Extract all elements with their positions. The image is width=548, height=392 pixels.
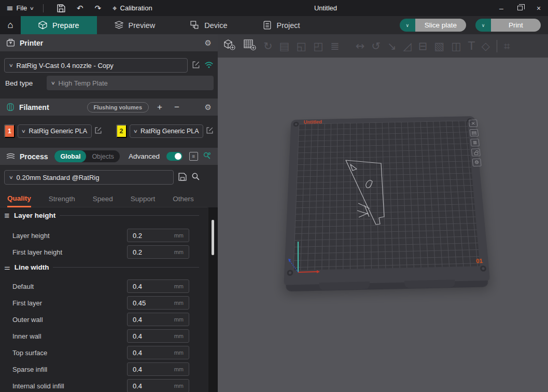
window-controls: – × <box>492 0 548 16</box>
add-plate-icon <box>243 38 257 51</box>
text-button: T <box>468 40 475 52</box>
advanced-label: Advanced <box>129 152 160 160</box>
print-button[interactable]: Print <box>491 19 541 32</box>
line-width-sparse-infill-input[interactable]: 0.4 mm <box>127 362 189 376</box>
group-divider <box>53 267 199 268</box>
build-plate[interactable]: Untitled 01 × ▤ ≣ ⚙ <box>284 116 490 287</box>
process-scope-toggle: Global Objects <box>54 150 119 162</box>
arrange-plate-button[interactable]: ▤ <box>470 129 479 137</box>
save-preset-button[interactable] <box>178 173 187 183</box>
plate-notch <box>319 282 370 290</box>
bed-type-select[interactable]: ∨ High Temp Plate <box>47 76 214 90</box>
add-plate-button[interactable] <box>243 38 257 53</box>
param-value: 0.4 <box>133 366 174 373</box>
edit-filament-2-button[interactable] <box>206 127 214 136</box>
file-menu-chevron-icon[interactable]: ∨ <box>30 6 34 11</box>
settings-list-button[interactable]: ≡ <box>189 152 198 161</box>
plate-settings-button[interactable]: ⚙ <box>472 159 482 166</box>
param-row: Inner wall 0.4 mm <box>12 329 208 343</box>
filament-settings-gear[interactable]: ⚙ <box>205 103 212 112</box>
redo-button[interactable]: ↷ <box>91 3 106 14</box>
param-label: Inner wall <box>12 332 41 340</box>
filament-1-select[interactable]: ∨ RatRig Generic PLA <box>18 124 92 138</box>
add-filament-button[interactable]: + <box>153 102 166 113</box>
minimize-button[interactable]: – <box>492 0 511 16</box>
first-layer-height-input[interactable]: 0.2 mm <box>127 245 189 259</box>
filament-2-badge[interactable]: 2 <box>116 124 127 138</box>
redo-icon: ↷ <box>95 4 102 13</box>
print-dropdown[interactable]: ∨ <box>475 19 491 32</box>
filament-2-select[interactable]: ∨ RatRig Generic PLA <box>130 124 204 138</box>
line-width-internal-solid-infill-input[interactable]: 0.4 mm <box>127 379 189 392</box>
lock-plate-button[interactable] <box>471 148 481 156</box>
process-preset-select[interactable]: ∨ 0.20mm Standard @RatRig <box>4 170 174 185</box>
build-plate-grid <box>293 121 480 271</box>
layer-height-group-header: ≣ Layer height <box>4 212 206 219</box>
line-width-first-layer-input[interactable]: 0.45 mm <box>127 296 189 310</box>
scope-objects-button[interactable]: Objects <box>86 150 119 162</box>
process-tab-others[interactable]: Others <box>173 191 194 207</box>
tab-device-label: Device <box>204 21 227 30</box>
edit-icon <box>206 127 214 134</box>
save-button[interactable] <box>53 3 69 13</box>
delete-plate-button[interactable]: × <box>469 119 477 127</box>
maximize-button[interactable] <box>511 0 529 16</box>
group-divider <box>60 215 199 216</box>
printer-section-title: Printer <box>20 39 43 47</box>
param-unit: mm <box>174 349 184 356</box>
line-width-inner-wall-input[interactable]: 0.4 mm <box>127 329 189 343</box>
param-label: Sparse infill <box>12 366 47 373</box>
line-width-top-surface-input[interactable]: 0.4 mm <box>127 346 189 359</box>
param-value: 0.4 <box>133 382 174 390</box>
file-menu[interactable]: File <box>16 4 27 12</box>
project-icon <box>263 21 272 30</box>
scope-global-button[interactable]: Global <box>54 150 86 162</box>
undo-button[interactable]: ↶ <box>73 3 88 14</box>
flushing-volumes-button[interactable]: Flushing volumes <box>87 102 149 113</box>
param-label: First layer <box>12 299 42 307</box>
remove-filament-button[interactable]: − <box>171 102 183 113</box>
filament-1-badge[interactable]: 1 <box>4 124 15 138</box>
rotate-button: ↺ <box>371 40 381 52</box>
add-object-button[interactable] <box>223 38 236 53</box>
close-button[interactable]: × <box>529 0 548 16</box>
param-unit: mm <box>174 366 184 372</box>
printer-preset-select[interactable]: ∨ RatRig V-Cast 0.4 nozzle - Copy <box>4 58 188 73</box>
tab-preview[interactable]: Preview <box>97 16 173 34</box>
calibration-button[interactable]: ⌖ Calibration <box>108 3 157 14</box>
edit-filament-1-button[interactable] <box>94 127 102 136</box>
edit-printer-button[interactable] <box>192 61 200 71</box>
tab-prepare[interactable]: Prepare <box>21 16 97 34</box>
printer-settings-gear[interactable]: ⚙ <box>205 38 212 48</box>
save-icon <box>57 4 65 12</box>
sidebar-scrollbar[interactable] <box>208 207 218 392</box>
process-tab-quality[interactable]: Quality <box>7 191 31 207</box>
search-presets-button[interactable] <box>191 172 200 183</box>
line-width-default-input[interactable]: 0.4 mm <box>127 279 189 293</box>
process-tab-speed[interactable]: Speed <box>93 191 113 207</box>
cut-button: ◫ <box>451 40 461 52</box>
viewport-3d[interactable]: ↻ ▤ ◱ ◰ ≣ ↔ ↺ ↘ ◿ ⊟ ▧ ◫ T ◇ ⌗ Untitled <box>218 34 548 392</box>
process-preset-value: 0.20mm Standard @RatRig <box>17 174 100 181</box>
advanced-toggle[interactable] <box>166 152 182 161</box>
process-layers-icon <box>6 152 15 160</box>
menu-icon[interactable]: ≡ <box>6 3 13 13</box>
variable-layer-height-button: ≣ <box>330 40 340 52</box>
line-width-outer-wall-input[interactable]: 0.4 mm <box>127 313 189 326</box>
plate-layout-button[interactable]: ≣ <box>470 138 480 146</box>
layer-height-input[interactable]: 0.2 mm <box>127 229 189 242</box>
titlebar-left: ≡ File ∨ ↶ ↷ ⌖ Calibration <box>0 3 157 14</box>
home-icon: ⌂ <box>8 20 13 31</box>
slice-plate-button[interactable]: Slice plate <box>415 19 466 32</box>
tab-device[interactable]: Device <box>173 16 245 34</box>
search-settings-button[interactable] <box>203 151 212 162</box>
process-tab-support[interactable]: Support <box>131 191 155 207</box>
tab-project[interactable]: Project <box>245 16 318 34</box>
bed-type-row: Bed type ∨ High Temp Plate <box>5 76 214 90</box>
home-button[interactable]: ⌂ <box>0 16 21 34</box>
slice-plate-dropdown[interactable]: ∨ <box>400 19 415 32</box>
scrollbar-thumb[interactable] <box>212 220 214 255</box>
printer-connection-button[interactable] <box>204 61 214 70</box>
param-label: First layer height <box>12 248 62 256</box>
process-tab-strength[interactable]: Strength <box>49 191 75 207</box>
